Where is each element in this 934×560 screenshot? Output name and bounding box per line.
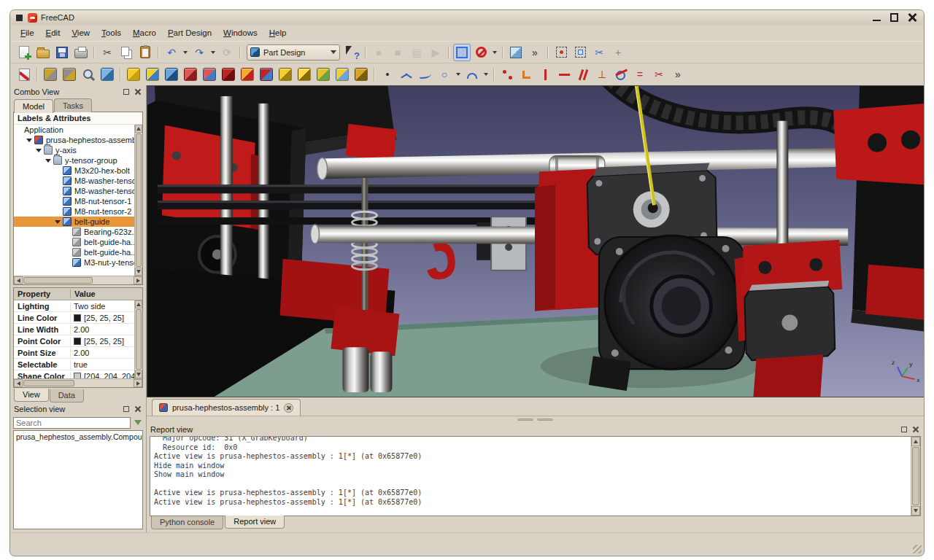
console-vertical-scrollbar[interactable] <box>911 437 920 516</box>
datum-shape-icon[interactable] <box>99 66 116 83</box>
pocket-icon[interactable] <box>144 66 161 83</box>
close-button[interactable] <box>906 12 918 23</box>
open-document-icon[interactable] <box>34 44 52 61</box>
create-spline-icon[interactable] <box>417 66 434 83</box>
menu-view[interactable]: View <box>66 26 96 39</box>
new-sketch-icon[interactable] <box>15 66 33 83</box>
constrain-vertical-icon[interactable] <box>536 66 554 83</box>
expander-icon[interactable] <box>35 147 43 155</box>
dock-views-icon[interactable]: + <box>609 44 627 61</box>
property-row[interactable]: Line Color[25, 25, 25] <box>14 312 134 324</box>
property-value[interactable]: true <box>71 360 134 369</box>
property-value[interactable]: 2.00 <box>71 349 134 357</box>
menu-windows[interactable]: Windows <box>217 26 263 39</box>
tree-horizontal-scrollbar[interactable] <box>14 276 142 284</box>
validate-sketch-icon[interactable] <box>80 66 97 83</box>
tree-item[interactable]: M8-nut-tensor-2 <box>14 206 134 217</box>
tab-report-view[interactable]: Report view <box>225 516 285 529</box>
scroll-right-icon[interactable] <box>134 276 142 284</box>
property-horizontal-scrollbar[interactable] <box>14 378 142 387</box>
save-document-icon[interactable] <box>53 44 71 61</box>
tree-item[interactable]: y-axis <box>14 145 134 155</box>
tab-model[interactable]: Model <box>14 99 53 113</box>
tree-item[interactable]: Bearing-623z... <box>14 227 134 237</box>
paste-icon[interactable] <box>136 44 154 61</box>
workbench-selector[interactable]: Part Design <box>247 44 340 61</box>
menu-edit[interactable]: Edit <box>40 26 66 39</box>
toolbar-overflow-icon[interactable]: » <box>669 66 687 83</box>
tree-item[interactable]: prusa-hephestos-assembly <box>14 135 134 145</box>
tree-item[interactable]: belt-guide-ha... <box>14 247 134 257</box>
tab-view[interactable]: View <box>14 389 49 402</box>
clipping-menu-icon[interactable] <box>491 44 498 61</box>
draft-icon[interactable] <box>314 66 332 83</box>
search-input[interactable] <box>13 417 131 429</box>
float-panel-icon[interactable] <box>900 425 908 434</box>
export-geometry-icon[interactable] <box>61 66 78 83</box>
tab-python-console[interactable]: Python console <box>151 516 223 529</box>
scroll-up-icon[interactable] <box>911 437 920 446</box>
scroll-down-icon[interactable] <box>911 506 920 516</box>
property-value[interactable]: Two side <box>71 302 134 311</box>
combo-view-header[interactable]: Combo View <box>10 85 146 98</box>
property-row[interactable]: Line Width2.00 <box>14 324 134 335</box>
constrain-perpendicular-icon[interactable]: ⊥ <box>593 66 611 83</box>
clipping-toggle-icon[interactable] <box>472 44 490 61</box>
copy-icon[interactable] <box>117 44 135 61</box>
property-row[interactable]: Shape Color[204, 204, 204] <box>14 370 134 378</box>
view-overflow-icon[interactable]: » <box>526 44 544 61</box>
expander-icon[interactable] <box>45 157 53 165</box>
create-circle-icon[interactable]: ○ <box>436 66 453 83</box>
tree-item[interactable]: Application <box>14 125 134 135</box>
scrollbar-thumb[interactable] <box>912 447 919 505</box>
undo-icon[interactable]: ↶ <box>163 44 180 61</box>
float-panel-icon[interactable] <box>122 405 131 413</box>
tree-item[interactable]: M8-washer-tenso... <box>14 186 134 196</box>
scrollbar-thumb[interactable] <box>136 309 142 370</box>
constrain-horizontal-icon[interactable] <box>555 66 573 83</box>
scroll-down-icon[interactable] <box>135 268 142 276</box>
create-point-icon[interactable]: • <box>379 66 396 83</box>
property-value[interactable]: 2.00 <box>71 325 134 334</box>
property-value[interactable]: [25, 25, 25] <box>71 337 134 346</box>
tab-tasks[interactable]: Tasks <box>54 98 92 112</box>
tree-item[interactable]: M8-washer-tenso... <box>14 176 134 186</box>
minimize-button[interactable] <box>871 12 883 23</box>
fillet-icon[interactable] <box>277 66 294 83</box>
property-row[interactable]: LightingTwo side <box>14 300 134 312</box>
import-geometry-icon[interactable] <box>42 66 59 83</box>
new-document-icon[interactable] <box>15 44 33 61</box>
property-value[interactable]: [204, 204, 204] <box>71 372 134 379</box>
expander-icon[interactable] <box>54 218 62 226</box>
filter-icon[interactable] <box>133 418 143 428</box>
fit-all-icon[interactable] <box>552 44 570 61</box>
subtractive-loft-icon[interactable] <box>239 66 256 83</box>
boolean-operation-icon[interactable] <box>258 66 275 83</box>
report-view-header[interactable]: Report view <box>147 423 924 436</box>
arc-menu-icon[interactable] <box>482 66 490 83</box>
expander-icon[interactable] <box>26 136 34 144</box>
tree-item[interactable]: belt-guide <box>14 217 134 227</box>
circle-menu-icon[interactable] <box>455 66 462 83</box>
scroll-left-icon[interactable] <box>14 276 23 284</box>
additive-pipe-icon[interactable] <box>220 66 237 83</box>
tree-vertical-scrollbar[interactable] <box>134 125 142 276</box>
scroll-left-icon[interactable] <box>14 379 23 387</box>
scroll-right-icon[interactable] <box>134 379 142 387</box>
window-menu-icon[interactable] <box>16 15 23 21</box>
constrain-equal-icon[interactable]: = <box>631 66 649 83</box>
property-row[interactable]: Selectabletrue <box>14 359 134 370</box>
tree-item[interactable]: belt-guide-ha... <box>14 237 134 247</box>
clip-plane-icon[interactable]: ✂ <box>590 44 608 61</box>
tree-item[interactable]: y-tensor-group <box>14 155 134 166</box>
property-value[interactable]: [25, 25, 25] <box>71 314 134 322</box>
revolution-icon[interactable] <box>163 66 180 83</box>
menu-file[interactable]: File <box>15 26 40 39</box>
menu-macro[interactable]: Macro <box>127 26 162 39</box>
scroll-down-icon[interactable] <box>135 370 142 378</box>
whats-this-icon[interactable]: ? <box>344 44 361 61</box>
print-icon[interactable] <box>72 44 90 61</box>
constrain-coincident-icon[interactable] <box>498 66 516 83</box>
selection-list-item[interactable]: prusa_hephestos_assembly.Compound0 <box>14 431 142 443</box>
axonometric-view-icon[interactable] <box>507 44 525 61</box>
